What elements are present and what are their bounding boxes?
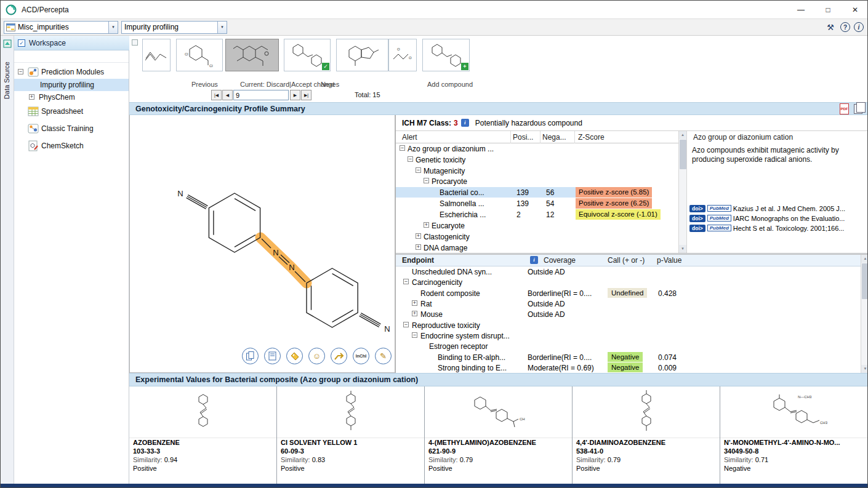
reference-text[interactable]: Hecht S et al. Toxicology. 2001;166... — [733, 225, 845, 232]
call-column-header[interactable]: Call (+ or -) — [608, 256, 645, 265]
endpoint-row[interactable]: + Mouse Outside AD — [396, 309, 861, 319]
endpoint-info-icon[interactable]: i — [530, 256, 538, 264]
first-record-button[interactable]: |◀ — [211, 90, 222, 100]
expand-icon[interactable]: + — [412, 300, 417, 306]
copy-report-icon[interactable] — [854, 104, 862, 114]
endpoint-row[interactable]: Estrogen receptor — [396, 341, 861, 351]
endpoint-column-header[interactable]: Endpoint — [402, 256, 434, 265]
collapse-icon[interactable]: − — [408, 156, 413, 162]
endpoint-row[interactable]: − Reproductive toxicity — [396, 320, 861, 330]
smiley-button[interactable]: ☺ — [308, 348, 325, 364]
coverage-column-header[interactable]: Coverage — [544, 256, 576, 265]
expand-icon[interactable]: + — [424, 222, 429, 228]
alert-scrollbar[interactable]: ▲ ▼ — [678, 131, 686, 253]
alert-row[interactable]: − Mutagenicity — [396, 166, 678, 176]
endpoint-row[interactable]: Unscheduled DNA syn... Outside AD — [396, 266, 861, 277]
endpoint-row[interactable]: + Rat Outside AD — [396, 298, 861, 309]
scroll-down-icon[interactable]: ▼ — [679, 245, 686, 253]
workspace-checkbox[interactable]: ✓ — [18, 39, 25, 47]
positives-column-header[interactable]: Posi... — [513, 133, 533, 142]
ich-info-icon[interactable]: i — [461, 119, 469, 127]
endpoint-row[interactable]: − Endocrine system disrupt... — [396, 330, 861, 341]
expand-icon[interactable]: + — [416, 233, 421, 239]
sidebar-item-impurity-profiling[interactable]: Impurity profiling — [14, 79, 129, 91]
pubmed-badge[interactable]: PubMed — [707, 205, 731, 212]
expand-icon[interactable]: + — [29, 94, 34, 100]
close-button[interactable]: ✕ — [842, 1, 868, 18]
inchi-button[interactable]: InChI — [353, 348, 369, 364]
compound-thumbnail-current[interactable] — [225, 39, 279, 71]
reference-text[interactable]: Kazius J et al. J Med Chem. 2005 J... — [733, 205, 845, 212]
alert-row[interactable]: Escherichia ... 2 12 Equivocal z-score (… — [396, 209, 678, 220]
alert-row[interactable]: + Eucaryote — [396, 220, 678, 231]
help-icon[interactable]: ? — [840, 22, 850, 32]
reference-text[interactable]: IARC Monographs on the Evaluatio... — [733, 215, 845, 222]
pubmed-badge[interactable]: PubMed — [707, 225, 731, 231]
endpoint-row[interactable]: Binding to ER-alph... Borderline(RI = 0.… — [396, 352, 861, 362]
sidebar-item-classic-training[interactable]: Classic Training — [14, 121, 129, 137]
collapse-icon[interactable]: − — [412, 332, 417, 338]
alert-row[interactable]: − Procaryote — [396, 176, 678, 186]
sidebar-item-prediction-modules[interactable]: − Prediction Modules — [14, 65, 129, 79]
scroll-up-icon[interactable]: ▲ — [679, 131, 686, 139]
zscore-column-header[interactable]: Z-Score — [578, 133, 605, 142]
doi-badge[interactable]: doi> — [689, 215, 705, 222]
reference-item[interactable]: doi> PubMed Hecht S et al. Toxicology. 2… — [689, 223, 868, 233]
structure-viewer[interactable]: N N N N — [129, 115, 395, 373]
compound-thumbnail[interactable]: ✓ — [284, 39, 331, 71]
alert-row-selected[interactable]: Bacterial co... 139 56 Positive z-score … — [396, 187, 678, 198]
compound-card[interactable]: CH 4-(METHYLAMINO)AZOBENZENE 621-90-9 Si… — [425, 386, 573, 484]
scroll-up-icon[interactable]: ▲ — [861, 255, 868, 263]
endpoint-row[interactable]: Rodent composite Borderline(RI = 0.... U… — [396, 288, 861, 298]
next-record-button[interactable]: ▶ — [290, 90, 300, 100]
endpoint-row[interactable]: Strong binding to E... Moderate(RI = 0.6… — [396, 362, 861, 373]
doi-badge[interactable]: doi> — [689, 205, 705, 212]
about-icon[interactable]: i — [854, 22, 864, 32]
expand-icon[interactable]: + — [416, 244, 421, 250]
data-source-tab[interactable]: Data Source — [1, 36, 14, 484]
endpoint-row[interactable]: − Carcinogenicity — [396, 277, 861, 287]
compound-card[interactable]: CI SOLVENT YELLOW 1 60-09-3 Similarity: … — [277, 386, 425, 484]
alert-row[interactable]: + Clastogenicity — [396, 231, 678, 242]
alert-row[interactable]: − Azo group or diazonium ... — [396, 143, 678, 154]
reference-item[interactable]: doi> PubMed IARC Monographs on the Evalu… — [689, 214, 868, 223]
reference-item[interactable]: doi> PubMed Kazius J et al. J Med Chem. … — [689, 204, 868, 213]
compound-thumbnail[interactable]: Cl Cl — [176, 39, 223, 71]
dataset-select[interactable]: Misc_impurities ▼ — [4, 21, 118, 34]
endpoint-scrollbar[interactable]: ▲ ▼ — [861, 255, 868, 373]
compound-thumbnail[interactable]: O O — [388, 39, 417, 71]
frame-structure-button[interactable] — [264, 348, 281, 364]
previous-record-button[interactable]: ◀ — [222, 90, 233, 100]
minimize-button[interactable]: — — [787, 1, 814, 18]
alert-row[interactable]: − Genetic toxicity — [396, 154, 678, 165]
negatives-column-header[interactable]: Nega... — [542, 133, 566, 142]
pvalue-column-header[interactable]: p-Value — [657, 256, 681, 265]
tools-icon[interactable]: ⚒ — [824, 21, 837, 33]
collapse-strip-button[interactable] — [132, 39, 138, 46]
compound-card[interactable]: N—CH3 CH3 N'-MONOMETHYL-4'-AMINO-N-MO...… — [720, 386, 868, 484]
doi-badge[interactable]: doi> — [689, 225, 705, 232]
sidebar-item-physchem[interactable]: + PhysChem — [14, 91, 129, 103]
alert-row[interactable]: + DNA damage — [396, 242, 678, 253]
edit-structure-button[interactable]: ✎ — [375, 348, 392, 364]
scroll-down-icon[interactable]: ▼ — [861, 365, 868, 373]
collapse-icon[interactable]: − — [403, 322, 409, 327]
scrollbar-thumb[interactable] — [862, 263, 868, 299]
alert-column-header[interactable]: Alert — [402, 133, 417, 142]
chevron-down-icon[interactable]: ▼ — [108, 22, 118, 33]
last-record-button[interactable]: ▶| — [301, 90, 311, 100]
alert-row[interactable]: Salmonella ... 139 54 Positive z-score (… — [396, 198, 678, 209]
tag-button[interactable] — [286, 348, 303, 364]
compound-thumbnail[interactable] — [142, 39, 171, 71]
module-select[interactable]: Impurity profiling ▼ — [121, 21, 227, 34]
sidebar-item-spreadsheet[interactable]: Spreadsheet — [14, 103, 129, 119]
compound-card[interactable]: AZOBENZENE 103-33-3 Similarity: 0.94 Pos… — [129, 386, 277, 484]
sidebar-item-chemsketch[interactable]: ChemSketch — [14, 138, 129, 154]
collapse-icon[interactable]: − — [400, 145, 405, 151]
chevron-down-icon[interactable]: ▼ — [217, 22, 227, 33]
pdf-export-icon[interactable]: PDF — [840, 103, 849, 114]
collapse-icon[interactable]: − — [18, 69, 23, 74]
pubmed-badge[interactable]: PubMed — [707, 215, 731, 222]
record-index-input[interactable] — [233, 90, 289, 100]
collapse-icon[interactable]: − — [416, 167, 421, 173]
